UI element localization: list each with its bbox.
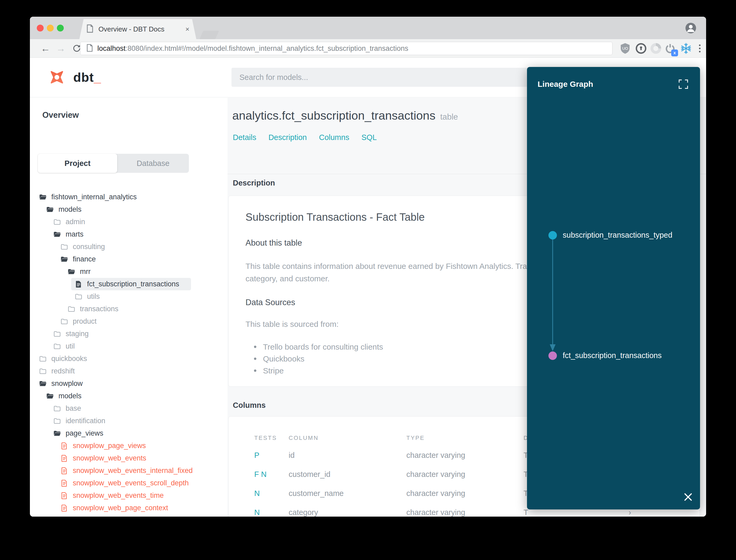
sidebar-item-base[interactable]: base: [30, 402, 228, 415]
sidebar-item-product[interactable]: product: [30, 315, 228, 328]
onepassword-extension-icon[interactable]: [635, 43, 647, 54]
file-icon: [60, 467, 68, 475]
zoom-window-button[interactable]: [57, 25, 64, 31]
folder-closed-icon: [53, 218, 61, 226]
sidebar-item-consulting[interactable]: consulting: [30, 241, 228, 253]
dbt-logo-icon: [46, 67, 67, 88]
file-icon: [60, 504, 68, 512]
sidebar-item-models[interactable]: models: [30, 203, 228, 216]
tab-project[interactable]: Project: [38, 154, 117, 173]
fullscreen-icon[interactable]: [678, 79, 688, 89]
forward-button[interactable]: →: [55, 43, 66, 54]
lineage-graph-title: Lineage Graph: [537, 80, 593, 89]
url-text: localhost:8080/index.html#!/model/model.…: [97, 44, 408, 53]
lineage-graph-panel: Lineage Graph subscription_transactions_…: [527, 67, 700, 509]
search-input[interactable]: [232, 68, 530, 87]
file-icon: [75, 280, 83, 288]
page-icon: [86, 44, 93, 53]
close-window-button[interactable]: [37, 25, 44, 31]
browser-tab[interactable]: Overview - DBT Docs ×: [79, 19, 196, 39]
snowflake-extension-icon[interactable]: [680, 43, 692, 54]
sidebar-item-label: base: [66, 404, 81, 413]
sidebar-item-utils[interactable]: utils: [30, 290, 228, 303]
page-title: analytics.fct_subscription_transactionst…: [232, 109, 458, 123]
sidebar-item-label: models: [58, 392, 82, 400]
sidebar-item-snowplow_web_events_time[interactable]: snowplow_web_events_time: [30, 489, 228, 502]
sidebar-item-label: fishtown_internal_analytics: [51, 193, 137, 201]
sidebar-item-marts[interactable]: marts: [30, 228, 228, 241]
about-heading: About this table: [246, 238, 302, 248]
column-description: T: [523, 508, 528, 517]
sidebar-item-snowplow_page_views[interactable]: snowplow_page_views: [30, 440, 228, 452]
minimize-window-button[interactable]: [47, 25, 54, 31]
sidebar-item-label: redshift: [51, 367, 75, 375]
screenshot-background: Overview - DBT Docs × ← → localhost:8080…: [0, 0, 736, 560]
sidebar-item-label: consulting: [73, 243, 105, 251]
svg-text:UO: UO: [622, 46, 628, 51]
browser-toolbar: ← → localhost:8080/index.html#!/model/mo…: [30, 39, 706, 58]
sidebar-item-snowplow_web_events_scroll_depth[interactable]: snowplow_web_events_scroll_depth: [30, 477, 228, 489]
sidebar-item-identification[interactable]: identification: [30, 415, 228, 427]
sidebar-item-label: product: [73, 317, 97, 326]
folder-open-icon: [53, 430, 61, 437]
tests-badge: N: [254, 508, 260, 517]
back-button[interactable]: ←: [40, 43, 51, 54]
file-icon: [60, 454, 68, 462]
column-type: character varying: [406, 451, 465, 460]
lineage-edge: [548, 239, 559, 353]
file-icon: [60, 492, 68, 500]
model-nav-columns[interactable]: Columns: [319, 133, 349, 142]
model-nav: DetailsDescriptionColumnsSQL: [233, 133, 377, 142]
col-header-column: COLUMN: [289, 435, 319, 441]
sidebar-item-mrr[interactable]: mrr: [30, 265, 228, 278]
lineage-node-upstream[interactable]: subscription_transactions_typed: [548, 231, 672, 240]
data-sources-intro: This table is sourced from:: [246, 320, 339, 329]
tab-close-icon[interactable]: ×: [186, 25, 190, 33]
browser-menu-icon[interactable]: [694, 43, 706, 54]
tab-title: Overview - DBT Docs: [98, 25, 164, 33]
browser-profile-avatar[interactable]: [685, 22, 697, 34]
close-icon[interactable]: [683, 492, 693, 502]
sidebar-item-util[interactable]: util: [30, 340, 228, 353]
sidebar-item-label: snowplow_web_events_internal_fixed: [73, 467, 193, 475]
folder-closed-icon: [53, 342, 61, 350]
ublock-extension-icon[interactable]: UO: [619, 43, 631, 54]
data-source-item: Quickbooks: [254, 353, 383, 365]
lineage-node-current[interactable]: fct_subscription_transactions: [548, 351, 662, 360]
model-nav-sql[interactable]: SQL: [362, 133, 377, 142]
folder-open-icon: [46, 392, 54, 400]
sidebar-item-snowplow_web_events_internal_fixed[interactable]: snowplow_web_events_internal_fixed: [30, 464, 228, 477]
tab-database[interactable]: Database: [117, 154, 189, 173]
sidebar-item-snowplow_web_page_context[interactable]: snowplow_web_page_context: [30, 502, 228, 514]
sidebar-item-fishtown_internal_analytics[interactable]: fishtown_internal_analytics: [30, 191, 228, 203]
column-type: character varying: [406, 489, 465, 498]
sidebar-item-label: models: [58, 205, 82, 214]
sidebar-item-snowplow_web_events[interactable]: snowplow_web_events: [30, 452, 228, 464]
sidebar-item-page_views[interactable]: page_views: [30, 427, 228, 440]
sidebar-item-label: fct_subscription_transactions: [87, 280, 179, 288]
folder-open-icon: [46, 206, 54, 214]
sidebar-item-admin[interactable]: admin: [30, 216, 228, 228]
address-bar[interactable]: localhost:8080/index.html#!/model/model.…: [80, 42, 612, 55]
new-tab-button[interactable]: [200, 31, 219, 39]
dbt-logo[interactable]: dbt_: [46, 67, 101, 88]
power-extension-icon[interactable]: x: [664, 43, 676, 54]
sidebar-item-label: snowplow_page_views: [73, 442, 146, 450]
folder-closed-icon: [39, 355, 47, 363]
column-name: id: [289, 451, 295, 460]
model-nav-description[interactable]: Description: [269, 133, 307, 142]
sidebar-item-models[interactable]: models: [30, 390, 228, 402]
model-nav-details[interactable]: Details: [233, 133, 256, 142]
sidebar-item-snowplow[interactable]: snowplow: [30, 377, 228, 390]
doc-title: Subscription Transactions - Fact Table: [246, 211, 424, 223]
sidebar-item-label: identification: [66, 417, 105, 425]
grey-swirl-extension-icon[interactable]: [650, 43, 662, 54]
column-type: character varying: [406, 508, 465, 517]
sidebar-item-transactions[interactable]: transactions: [30, 303, 228, 315]
sidebar-item-staging[interactable]: staging: [30, 328, 228, 340]
sidebar-item-label: marts: [66, 230, 84, 238]
sidebar-item-finance[interactable]: finance: [30, 253, 228, 265]
sidebar-item-quickbooks[interactable]: quickbooks: [30, 353, 228, 365]
sidebar-item-fct_subscription_transactions[interactable]: fct_subscription_transactions: [30, 278, 228, 290]
sidebar-item-redshift[interactable]: redshift: [30, 365, 228, 377]
